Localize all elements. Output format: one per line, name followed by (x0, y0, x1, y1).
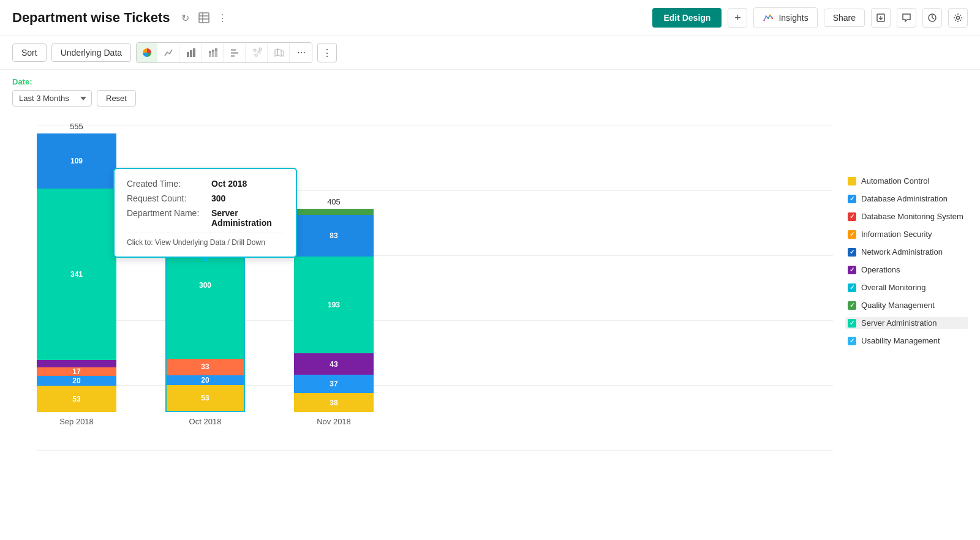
legend-color-server-admin: ✓ (848, 319, 856, 328)
legend-item-db-monitoring[interactable]: ✓ Database Monitoring System (845, 211, 968, 222)
underlying-data-button[interactable]: Underlying Data (51, 43, 131, 62)
svg-rect-22 (231, 52, 238, 54)
legend-item-info-security[interactable]: ✓ Information Security (845, 228, 968, 240)
legend-label-network-admin: Network Administration (861, 247, 943, 257)
tooltip-request-count-value: 300 (211, 193, 225, 203)
tooltip-request-count: Request Count: 300 (127, 193, 284, 203)
legend-label-quality-mgmt: Quality Management (861, 301, 935, 310)
svg-rect-21 (231, 49, 236, 51)
pie-chart-icon[interactable] (137, 43, 157, 62)
scatter-icon[interactable] (247, 43, 268, 62)
filter-row: Last 3 Months Last 6 Months Last Year Cu… (12, 90, 968, 107)
insights-label: Insights (778, 13, 808, 23)
svg-rect-20 (215, 48, 217, 51)
stacked-bar-icon[interactable] (203, 43, 224, 62)
horizontal-bar-icon[interactable] (225, 43, 246, 62)
chart-type-selector: ⋯ (136, 42, 312, 63)
legend: Automation Control ✓ Database Administra… (833, 126, 968, 469)
bar-segment-overall-nov: 83 (294, 215, 374, 257)
share-button[interactable]: Share (824, 9, 865, 27)
legend-item-quality-mgmt[interactable]: ✓ Quality Management (845, 299, 968, 311)
legend-color-overall-monitoring: ✓ (848, 283, 856, 292)
y-line-0 (37, 450, 833, 451)
bar-total-nov: 405 (327, 197, 341, 206)
table-icon[interactable] (197, 11, 211, 24)
bar-segment-info-sep: 17 (37, 367, 116, 376)
svg-point-26 (255, 54, 257, 56)
sort-button[interactable]: Sort (12, 43, 47, 62)
svg-point-27 (259, 48, 262, 50)
filter-label: Date: (12, 77, 968, 86)
more-chart-types-icon[interactable]: ⋯ (291, 43, 312, 62)
legend-color-automation (848, 177, 856, 186)
svg-rect-12 (187, 52, 189, 57)
svg-point-5 (766, 15, 767, 17)
bar-segment-automation-oct: 53 (167, 385, 244, 411)
settings-button[interactable] (948, 8, 968, 28)
bar-group-sep: 555 53 20 17 341 109 Sep 2018 (37, 122, 116, 426)
map-icon[interactable] (269, 43, 290, 62)
legend-item-operations[interactable]: ✓ Operations (845, 264, 968, 276)
export-button[interactable] (871, 8, 891, 28)
stacked-bar-sep[interactable]: 53 20 17 341 109 (37, 133, 116, 412)
refresh-icon[interactable]: ↻ (179, 11, 192, 24)
svg-point-6 (767, 18, 769, 20)
bar-segment-automation-sep: 53 (37, 386, 116, 412)
bar-segment-server-sep: 341 (37, 189, 116, 360)
bar-chart-icon[interactable] (181, 43, 202, 62)
svg-rect-15 (209, 53, 211, 57)
edit-design-button[interactable]: Edit Design (652, 8, 722, 28)
bar-segment-db-oct: 20 (167, 375, 244, 385)
legend-item-usability-mgmt[interactable]: ✓ Usability Management (845, 335, 968, 347)
bar-segment-ops-sep (37, 360, 116, 367)
svg-point-25 (258, 51, 260, 53)
more-options-icon[interactable]: ⋮ (216, 11, 229, 24)
insights-button[interactable]: Insights (753, 7, 817, 28)
header-right: Edit Design + Insights Share (652, 7, 968, 28)
stacked-bar-nov[interactable]: 38 37 43 193 83 (294, 209, 374, 412)
bar-segment-overall-sep: 109 (37, 133, 116, 189)
legend-item-overall-monitoring[interactable]: ✓ Overall Monitoring (845, 282, 968, 293)
legend-label-overall-monitoring: Overall Monitoring (861, 283, 926, 292)
svg-rect-17 (212, 52, 214, 57)
add-button[interactable]: + (728, 8, 747, 28)
svg-rect-18 (212, 50, 214, 52)
legend-label-server-admin: Server Administration (861, 318, 937, 328)
svg-rect-23 (231, 55, 235, 57)
legend-label-db-monitoring: Database Monitoring System (861, 212, 963, 221)
tooltip-department-label: Department Name: (127, 208, 206, 218)
bar-label-sep: Sep 2018 (59, 417, 94, 426)
legend-label-db-admin: Database Administration (861, 194, 948, 203)
toolbar: Sort Underlying Data (0, 36, 980, 70)
legend-item-db-admin[interactable]: ✓ Database Administration (845, 193, 968, 204)
svg-rect-0 (199, 13, 209, 23)
reset-button[interactable]: Reset (97, 90, 136, 107)
header-icon-group: ↻ ⋮ (179, 11, 229, 24)
date-filter-select[interactable]: Last 3 Months Last 6 Months Last Year Cu… (12, 90, 92, 107)
chart-container: 555 53 20 17 341 109 Sep 2018 (12, 126, 833, 469)
tooltip-created-time-value: Oct 2018 (211, 179, 247, 189)
more-button[interactable]: ⋮ (317, 43, 337, 62)
legend-color-network-admin: ✓ (848, 248, 856, 257)
chart-area: 555 53 20 17 341 109 Sep 2018 (0, 114, 980, 469)
legend-item-server-admin[interactable]: ✓ Server Administration (845, 317, 968, 329)
legend-label-automation: Automation Control (861, 176, 929, 186)
bar-segment-server-nov: 193 (294, 257, 374, 353)
comment-button[interactable] (897, 8, 916, 28)
svg-point-7 (770, 15, 772, 17)
svg-point-24 (254, 49, 256, 51)
tooltip-department: Department Name: Server Administration (127, 208, 284, 228)
legend-item-network-admin[interactable]: ✓ Network Administration (845, 246, 968, 258)
tooltip-created-time: Created Time: Oct 2018 (127, 179, 284, 189)
schedule-button[interactable] (922, 8, 942, 28)
legend-color-db-monitoring: ✓ (848, 212, 856, 221)
bar-segment-db-nov: 37 (294, 375, 374, 393)
line-chart-icon[interactable] (159, 43, 179, 62)
page-title: Department wise Tickets (12, 10, 170, 26)
svg-rect-19 (215, 51, 217, 57)
bar-segment-quality-nov (294, 209, 374, 215)
header: Department wise Tickets ↻ ⋮ Edit Design … (0, 0, 980, 36)
legend-item-automation[interactable]: Automation Control (845, 175, 968, 187)
legend-color-info-security: ✓ (848, 230, 856, 239)
bar-total-sep: 555 (70, 122, 83, 131)
